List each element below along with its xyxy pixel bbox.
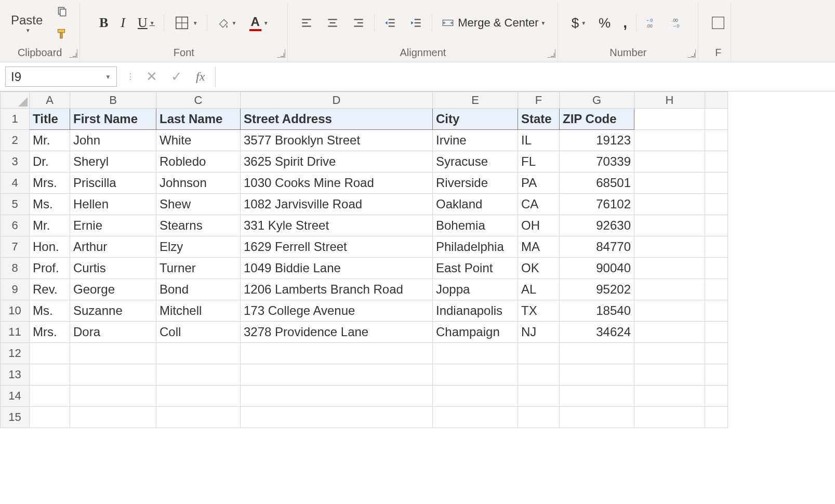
- underline-button[interactable]: U▼: [134, 12, 158, 33]
- cell[interactable]: [518, 343, 560, 364]
- cell[interactable]: [705, 386, 728, 407]
- cell[interactable]: [634, 173, 705, 194]
- cell[interactable]: Irvine: [433, 130, 518, 151]
- cell[interactable]: 18540: [560, 300, 634, 322]
- cell[interactable]: 331 Kyle Street: [241, 215, 433, 236]
- cell[interactable]: 34624: [560, 322, 634, 343]
- cell[interactable]: 84770: [560, 236, 634, 258]
- cell[interactable]: NJ: [518, 322, 560, 343]
- format-painter-icon[interactable]: [51, 24, 72, 43]
- copy-icon[interactable]: [51, 3, 72, 21]
- fx-icon[interactable]: fx: [196, 70, 205, 84]
- cell[interactable]: Riverside: [433, 173, 518, 194]
- increase-decimal-button[interactable]: ←0.00: [642, 14, 662, 32]
- cell[interactable]: 90040: [560, 258, 634, 279]
- cell[interactable]: [634, 364, 705, 386]
- cell[interactable]: [705, 151, 728, 173]
- cell[interactable]: [705, 236, 728, 258]
- cell[interactable]: [30, 386, 70, 407]
- cell[interactable]: [634, 279, 705, 300]
- column-header[interactable]: [705, 92, 728, 109]
- align-center-button[interactable]: [322, 14, 343, 32]
- cell[interactable]: Street Address: [241, 109, 433, 130]
- cell[interactable]: Mr.: [30, 215, 70, 236]
- cell[interactable]: [634, 215, 705, 236]
- row-header[interactable]: 14: [1, 386, 30, 407]
- column-header[interactable]: B: [70, 92, 156, 109]
- cell[interactable]: Elzy: [156, 236, 241, 258]
- cell[interactable]: [634, 300, 705, 322]
- column-header[interactable]: G: [560, 92, 634, 109]
- cell[interactable]: Priscilla: [70, 173, 156, 194]
- cell[interactable]: Syracuse: [433, 151, 518, 173]
- cell[interactable]: [634, 343, 705, 364]
- column-header[interactable]: C: [156, 92, 241, 109]
- formula-input[interactable]: [215, 67, 830, 87]
- cell[interactable]: [70, 343, 156, 364]
- cell[interactable]: Hon.: [30, 236, 70, 258]
- cell[interactable]: PA: [518, 173, 560, 194]
- cell[interactable]: 19123: [560, 130, 634, 151]
- cell[interactable]: [634, 130, 705, 151]
- cell[interactable]: John: [70, 130, 156, 151]
- row-header[interactable]: 2: [1, 130, 30, 151]
- cell[interactable]: [705, 343, 728, 364]
- cell[interactable]: OH: [518, 215, 560, 236]
- select-all-corner[interactable]: [1, 92, 30, 109]
- align-right-button[interactable]: [348, 14, 369, 32]
- cell[interactable]: Mr.: [30, 130, 70, 151]
- cell[interactable]: [560, 407, 634, 428]
- cell[interactable]: [634, 151, 705, 173]
- cell[interactable]: White: [156, 130, 241, 151]
- cell[interactable]: MA: [518, 236, 560, 258]
- cell[interactable]: [433, 407, 518, 428]
- row-header[interactable]: 8: [1, 258, 30, 279]
- paste-button[interactable]: Paste ▼: [7, 10, 46, 36]
- column-header[interactable]: H: [634, 92, 705, 109]
- cell[interactable]: Coll: [156, 322, 241, 343]
- cell[interactable]: [156, 386, 241, 407]
- cell[interactable]: Title: [30, 109, 70, 130]
- cell[interactable]: [30, 343, 70, 364]
- chevron-down-icon[interactable]: ▼: [105, 73, 111, 81]
- cell[interactable]: 95202: [560, 279, 634, 300]
- cell[interactable]: [634, 322, 705, 343]
- cell[interactable]: [30, 407, 70, 428]
- cell[interactable]: [634, 407, 705, 428]
- row-header[interactable]: 3: [1, 151, 30, 173]
- cell[interactable]: [705, 194, 728, 215]
- cell[interactable]: [30, 364, 70, 386]
- cell[interactable]: [156, 364, 241, 386]
- cell[interactable]: Last Name: [156, 109, 241, 130]
- cell[interactable]: [518, 386, 560, 407]
- row-header[interactable]: 9: [1, 279, 30, 300]
- cell[interactable]: 1030 Cooks Mine Road: [241, 173, 433, 194]
- cell[interactable]: [560, 386, 634, 407]
- borders-button[interactable]: ▼: [169, 12, 202, 33]
- cell[interactable]: [705, 215, 728, 236]
- cell[interactable]: Shew: [156, 194, 241, 215]
- cell[interactable]: ZIP Code: [560, 109, 634, 130]
- cell[interactable]: Ms.: [30, 194, 70, 215]
- decrease-decimal-button[interactable]: .00→0: [668, 14, 688, 32]
- merge-center-button[interactable]: Merge & Center ▼: [438, 14, 549, 32]
- fill-color-button[interactable]: ▼: [213, 14, 241, 32]
- cell[interactable]: CA: [518, 194, 560, 215]
- cell[interactable]: [70, 364, 156, 386]
- cell[interactable]: 68501: [560, 173, 634, 194]
- cell[interactable]: Ernie: [70, 215, 156, 236]
- cell[interactable]: OK: [518, 258, 560, 279]
- cell[interactable]: Philadelphia: [433, 236, 518, 258]
- cell[interactable]: [705, 173, 728, 194]
- align-left-button[interactable]: [296, 14, 317, 32]
- cell[interactable]: [156, 343, 241, 364]
- decrease-indent-button[interactable]: [380, 14, 401, 32]
- cell[interactable]: George: [70, 279, 156, 300]
- cell[interactable]: 1049 Biddie Lane: [241, 258, 433, 279]
- cell[interactable]: 76102: [560, 194, 634, 215]
- cell[interactable]: Curtis: [70, 258, 156, 279]
- cell[interactable]: [241, 407, 433, 428]
- cell[interactable]: [705, 322, 728, 343]
- cell[interactable]: [241, 343, 433, 364]
- row-header[interactable]: 1: [1, 109, 30, 130]
